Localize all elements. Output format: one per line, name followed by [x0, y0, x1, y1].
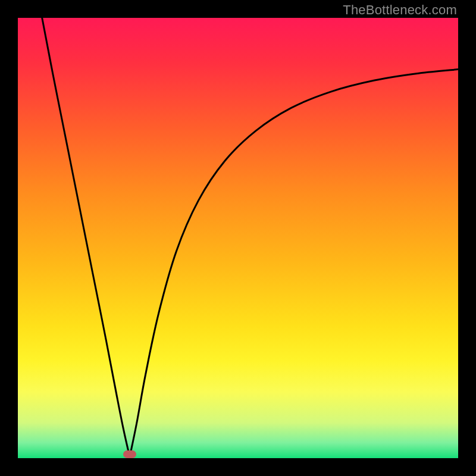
curve-left-branch — [42, 18, 130, 457]
curve-right-branch — [130, 70, 458, 457]
bottleneck-curve — [18, 18, 458, 458]
optimal-point-marker — [123, 450, 136, 458]
plot-area — [18, 18, 458, 458]
watermark-text: TheBottleneck.com — [343, 2, 457, 18]
chart-frame: TheBottleneck.com — [0, 0, 476, 476]
